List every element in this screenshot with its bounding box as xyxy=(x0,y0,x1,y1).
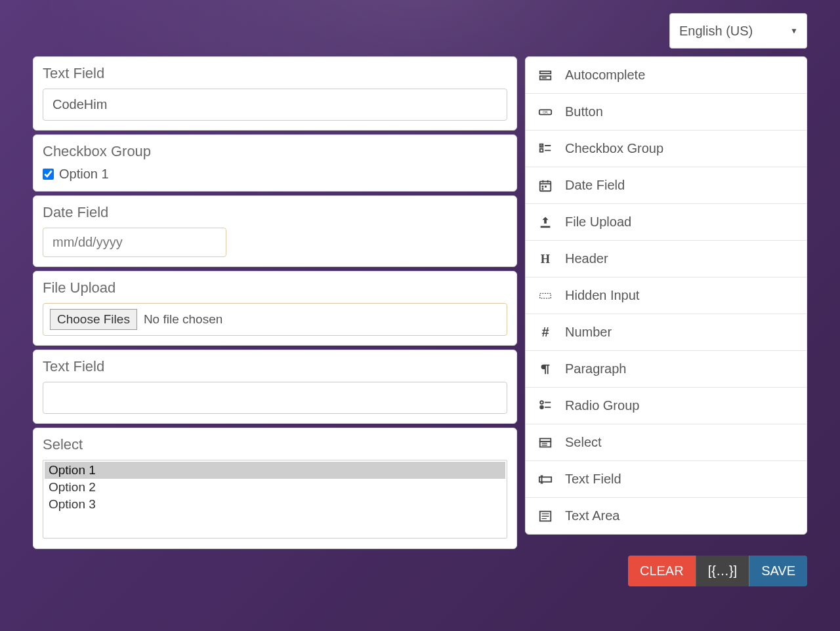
language-select[interactable]: English (US) xyxy=(669,13,807,49)
radio-icon xyxy=(537,399,553,413)
field-label: Date Field xyxy=(43,204,507,221)
field-label: Text Field xyxy=(43,358,507,375)
palette-item-label: Select xyxy=(565,435,602,450)
field-text-2[interactable]: Text Field xyxy=(33,350,517,424)
palette-item-radio[interactable]: Radio Group xyxy=(526,388,807,424)
svg-rect-18 xyxy=(540,293,551,298)
date-input[interactable] xyxy=(43,228,226,257)
file-input-row: Choose Files No file chosen xyxy=(43,303,507,336)
text-input[interactable] xyxy=(43,382,507,414)
svg-point-23 xyxy=(541,406,543,407)
field-label: Select xyxy=(43,436,507,453)
paragraph-icon xyxy=(537,362,553,377)
svg-rect-13 xyxy=(542,186,544,188)
palette-item-label: Hidden Input xyxy=(565,288,639,303)
select-option[interactable]: Option 3 xyxy=(45,496,505,513)
palette-item-label: Text Field xyxy=(565,472,621,487)
svg-text:H: H xyxy=(541,253,550,266)
palette-item-autocomplete[interactable]: Autocomplete xyxy=(526,57,807,94)
upload-icon xyxy=(537,215,553,230)
select-option[interactable]: Option 2 xyxy=(45,479,505,496)
json-button[interactable]: [{…}] xyxy=(696,556,749,586)
checkbox-input[interactable] xyxy=(43,169,54,180)
action-bar: CLEAR [{…}] SAVE xyxy=(33,556,807,586)
field-date[interactable]: Date Field xyxy=(33,195,517,267)
palette-item-label: Text Area xyxy=(565,508,620,523)
svg-rect-15 xyxy=(542,188,544,190)
select-option[interactable]: Option 1 xyxy=(45,462,505,479)
palette-item-textfield[interactable]: Text Field xyxy=(526,461,807,498)
palette-item-label: Checkbox Group xyxy=(565,141,663,156)
palette-item-upload[interactable]: File Upload xyxy=(526,204,807,241)
select-icon xyxy=(537,436,553,450)
hidden-icon xyxy=(537,289,553,303)
palette-item-label: Header xyxy=(565,251,608,266)
field-label: File Upload xyxy=(43,279,507,296)
header-icon: H xyxy=(537,252,553,266)
textarea-icon xyxy=(537,509,553,523)
clear-button[interactable]: CLEAR xyxy=(628,556,696,586)
svg-text:OK: OK xyxy=(543,110,548,114)
palette-item-button[interactable]: OKButton xyxy=(526,94,807,131)
palette-item-paragraph[interactable]: Paragraph xyxy=(526,351,807,388)
date-icon xyxy=(537,178,553,193)
checkbox-label: Option 1 xyxy=(59,167,109,182)
form-canvas: Text Field Checkbox Group Option 1 Date … xyxy=(33,56,517,549)
palette-item-header[interactable]: HHeader xyxy=(526,241,807,277)
palette-item-number[interactable]: #Number xyxy=(526,314,807,351)
field-text-1[interactable]: Text Field xyxy=(33,56,517,131)
checkbox-option[interactable]: Option 1 xyxy=(43,167,507,182)
palette-item-label: File Upload xyxy=(565,214,631,230)
palette-item-label: Paragraph xyxy=(565,361,626,377)
field-select[interactable]: Select Option 1 Option 2 Option 3 xyxy=(33,428,517,549)
palette-item-hidden[interactable]: Hidden Input xyxy=(526,277,807,314)
textfield-icon xyxy=(537,472,553,487)
palette-item-checkbox[interactable]: Checkbox Group xyxy=(526,131,807,167)
svg-rect-26 xyxy=(540,441,551,447)
text-input[interactable] xyxy=(43,89,507,121)
select-input[interactable]: Option 1 Option 2 Option 3 xyxy=(43,460,507,539)
component-palette: AutocompleteOKButtonCheckbox GroupDate F… xyxy=(525,56,807,535)
palette-item-label: Radio Group xyxy=(565,398,639,413)
palette-item-date[interactable]: Date Field xyxy=(526,167,807,204)
checkbox-icon xyxy=(537,142,553,156)
button-icon: OK xyxy=(537,105,553,119)
field-label: Checkbox Group xyxy=(43,143,507,160)
palette-item-label: Number xyxy=(565,325,612,340)
svg-text:#: # xyxy=(541,325,549,339)
field-file-upload[interactable]: File Upload Choose Files No file chosen xyxy=(33,271,517,346)
choose-files-button[interactable]: Choose Files xyxy=(50,309,137,330)
field-label: Text Field xyxy=(43,65,507,82)
svg-rect-7 xyxy=(540,149,543,152)
svg-point-20 xyxy=(540,401,543,404)
svg-rect-0 xyxy=(540,71,551,73)
file-status: No file chosen xyxy=(144,312,222,327)
svg-rect-14 xyxy=(545,186,547,188)
svg-rect-16 xyxy=(541,226,551,228)
palette-item-select[interactable]: Select xyxy=(526,424,807,461)
save-button[interactable]: SAVE xyxy=(749,556,807,586)
autocomplete-icon xyxy=(537,68,553,83)
palette-item-label: Autocomplete xyxy=(565,68,645,83)
number-icon: # xyxy=(537,325,553,340)
palette-item-label: Button xyxy=(565,104,603,119)
palette-item-textarea[interactable]: Text Area xyxy=(526,498,807,534)
svg-rect-29 xyxy=(539,477,551,481)
field-checkbox-group[interactable]: Checkbox Group Option 1 xyxy=(33,134,517,192)
palette-item-label: Date Field xyxy=(565,178,625,193)
